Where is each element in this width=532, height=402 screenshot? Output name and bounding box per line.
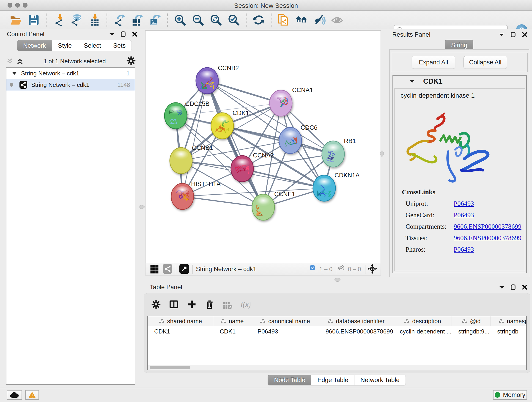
expand-all-icon[interactable] bbox=[17, 57, 23, 65]
node-CCNE1[interactable] bbox=[252, 194, 274, 220]
tab-style[interactable]: Style bbox=[52, 40, 78, 51]
node-CCNB1[interactable] bbox=[170, 148, 192, 174]
node-gloss-highlight bbox=[174, 151, 189, 160]
import-table-icon[interactable] bbox=[88, 13, 101, 27]
zoom-selected-icon[interactable] bbox=[227, 13, 240, 27]
node-CDC6[interactable] bbox=[279, 128, 302, 153]
fit-selection-crosshair-icon[interactable] bbox=[367, 264, 377, 275]
column-header--id[interactable]: @id bbox=[452, 316, 491, 326]
tab-string[interactable]: String bbox=[445, 40, 474, 51]
tab-select[interactable]: Select bbox=[78, 40, 107, 51]
results-panel: Results Panel String Expand All Collapse… bbox=[386, 29, 532, 277]
panel-menu-icon[interactable] bbox=[109, 32, 114, 36]
node-label-CCNB2: CCNB2 bbox=[218, 65, 239, 71]
node-CCNA2[interactable] bbox=[231, 156, 253, 182]
bottom-splitter-handle[interactable] bbox=[335, 278, 341, 282]
show-columns-icon[interactable] bbox=[169, 299, 179, 310]
table-row[interactable]: CDK1CDK1P064939606.ENSP00000378699cyclin… bbox=[148, 326, 526, 337]
sphere-icon[interactable] bbox=[331, 13, 344, 27]
export-image-icon[interactable] bbox=[148, 13, 162, 27]
network-view-share-icon[interactable] bbox=[162, 264, 172, 275]
scrollbar-thumb[interactable] bbox=[150, 366, 190, 369]
zoom-out-icon[interactable] bbox=[191, 13, 205, 27]
tab-node-table[interactable]: Node Table bbox=[268, 375, 311, 385]
panel-menu-icon[interactable] bbox=[499, 285, 505, 289]
network-options-gear-icon[interactable] bbox=[126, 56, 136, 67]
column-header-namespace[interactable]: namespace bbox=[491, 316, 527, 326]
zoom-in-icon[interactable] bbox=[173, 13, 187, 27]
network-bullet-icon bbox=[10, 83, 13, 87]
tab-network-table[interactable]: Network Table bbox=[355, 375, 406, 385]
zoom-fit-icon[interactable] bbox=[209, 13, 222, 27]
crosslink-label: GeneCard: bbox=[405, 211, 454, 219]
column-header-description[interactable]: description bbox=[393, 316, 452, 326]
expand-all-button[interactable]: Expand All bbox=[412, 56, 455, 69]
network-collection-row[interactable]: String Network – cdk1 1 bbox=[6, 68, 135, 79]
node-label-CCNA1: CCNA1 bbox=[292, 87, 313, 94]
collection-expand-icon[interactable] bbox=[12, 71, 17, 75]
tab-edge-table[interactable]: Edge Table bbox=[311, 375, 355, 385]
tab-network[interactable]: Network bbox=[17, 40, 52, 51]
crosslink-link[interactable]: 9606.ENSP00000378699 bbox=[454, 234, 521, 242]
save-icon[interactable] bbox=[27, 13, 40, 27]
table-options-gear-icon[interactable] bbox=[151, 299, 161, 310]
node-CDK1[interactable] bbox=[211, 113, 234, 139]
network-row-selected[interactable]: String Network – cdk1 11 48 bbox=[6, 79, 135, 90]
column-header-name[interactable]: name bbox=[213, 316, 251, 326]
column-header-canonical-name[interactable]: canonical name bbox=[251, 316, 319, 326]
panel-float-icon[interactable] bbox=[510, 284, 516, 290]
node-CCNB2[interactable] bbox=[196, 68, 218, 94]
left-splitter-handle[interactable] bbox=[139, 205, 145, 209]
warning-icon bbox=[28, 391, 36, 398]
panel-close-icon[interactable] bbox=[522, 32, 527, 37]
import-network-icon[interactable] bbox=[52, 13, 65, 27]
node-CCNA1[interactable] bbox=[270, 90, 292, 116]
hidden-eye-icon[interactable] bbox=[338, 265, 346, 274]
edge-CCNE1-HIST1H1A bbox=[182, 196, 263, 207]
node-CDKN1A[interactable] bbox=[313, 175, 336, 201]
selected-checkbox-icon[interactable] bbox=[310, 265, 317, 274]
collapse-all-button[interactable]: Collapse All bbox=[463, 56, 507, 69]
open-folder-icon[interactable] bbox=[9, 13, 22, 27]
eye-slash-icon[interactable] bbox=[313, 13, 326, 27]
node-CDC25B[interactable] bbox=[165, 103, 187, 129]
grid-mode-icon[interactable] bbox=[149, 264, 159, 275]
node-HIST1H1A[interactable] bbox=[171, 183, 194, 210]
cell-shared-name: CDK1 bbox=[148, 326, 213, 337]
panel-close-icon[interactable] bbox=[522, 284, 527, 290]
column-header-shared-name[interactable]: shared name bbox=[148, 316, 213, 326]
import-database-icon[interactable] bbox=[70, 13, 83, 27]
column-header-database-identifier[interactable]: database identifier bbox=[319, 316, 393, 326]
node-label-CDC6: CDC6 bbox=[301, 124, 317, 131]
cloud-button[interactable] bbox=[7, 390, 22, 400]
panel-float-icon[interactable] bbox=[120, 32, 126, 37]
panel-float-icon[interactable] bbox=[510, 32, 516, 37]
warning-button[interactable] bbox=[25, 390, 39, 400]
control-panel-tabs: NetworkStyleSelectSets bbox=[17, 40, 132, 51]
node-RB1[interactable] bbox=[322, 141, 344, 167]
document-share-icon[interactable] bbox=[277, 13, 290, 27]
panel-menu-icon[interactable] bbox=[499, 33, 505, 36]
export-table-icon[interactable] bbox=[131, 13, 144, 27]
section-collapse-icon[interactable] bbox=[409, 80, 415, 83]
add-column-icon[interactable] bbox=[187, 299, 197, 310]
houses-icon[interactable] bbox=[295, 13, 308, 27]
crosslink-link[interactable]: P06493 bbox=[454, 211, 474, 219]
node-label-CDK1: CDK1 bbox=[233, 109, 249, 116]
memory-button[interactable]: Memory bbox=[493, 390, 527, 400]
tab-sets[interactable]: Sets bbox=[107, 40, 132, 51]
export-network-icon[interactable] bbox=[113, 13, 126, 27]
right-splitter-handle[interactable] bbox=[380, 151, 384, 157]
node-gloss-highlight bbox=[235, 159, 250, 168]
table-horizontal-scrollbar[interactable] bbox=[148, 365, 526, 370]
refresh-icon[interactable] bbox=[252, 13, 265, 27]
birdseye-view-icon[interactable] bbox=[179, 264, 189, 275]
crosslink-link[interactable]: 9606.ENSP00000378699 bbox=[454, 223, 521, 230]
crosslink-link[interactable]: P06493 bbox=[454, 200, 474, 207]
panel-close-icon[interactable] bbox=[132, 32, 138, 37]
network-canvas[interactable]: CCNB2CCNA1CDC25BCDK1CDC6RB1CCNB1CCNA2CDK… bbox=[145, 31, 381, 263]
delete-column-icon[interactable] bbox=[205, 299, 215, 310]
collapse-all-icon[interactable] bbox=[6, 57, 13, 65]
delete-table-icon bbox=[222, 299, 233, 310]
crosslink-link[interactable]: P06493 bbox=[454, 246, 474, 253]
